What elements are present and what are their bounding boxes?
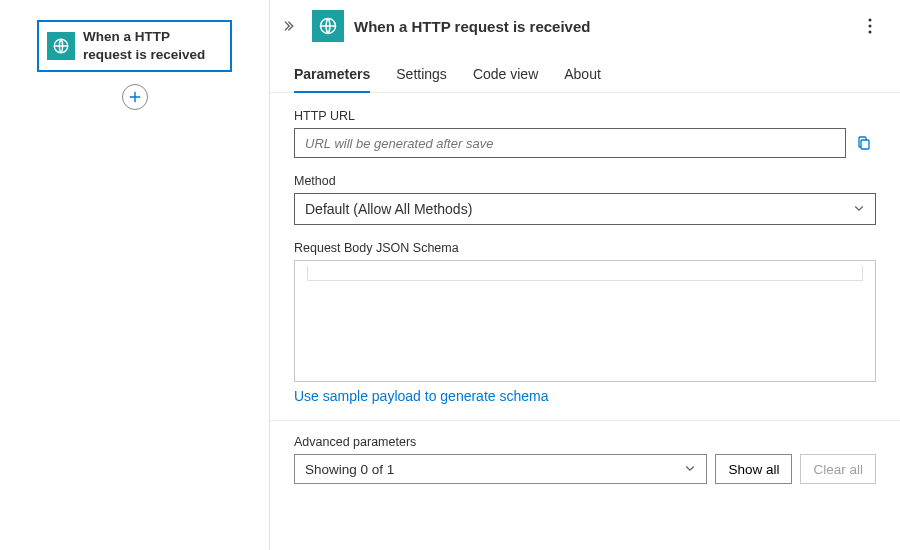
clear-all-button: Clear all (800, 454, 876, 484)
http-url-input[interactable] (294, 128, 846, 158)
tab-bar: Parameters Settings Code view About (270, 52, 900, 93)
chevron-down-icon (684, 462, 696, 477)
add-step-button[interactable] (122, 84, 148, 110)
panel-body: HTTP URL Method Default (Allow All Metho… (270, 93, 900, 550)
details-panel: When a HTTP request is received Paramete… (270, 0, 900, 550)
http-url-label: HTTP URL (294, 109, 876, 123)
more-options-button[interactable] (858, 14, 882, 38)
panel-header: When a HTTP request is received (270, 0, 900, 52)
advanced-parameters-select[interactable]: Showing 0 of 1 (294, 454, 707, 484)
schema-label: Request Body JSON Schema (294, 241, 876, 255)
schema-textarea[interactable] (294, 260, 876, 382)
tab-settings[interactable]: Settings (396, 58, 447, 92)
tab-about[interactable]: About (564, 58, 601, 92)
tab-parameters[interactable]: Parameters (294, 58, 370, 92)
chevron-down-icon (853, 201, 865, 217)
svg-point-4 (869, 31, 872, 34)
http-icon (312, 10, 344, 42)
divider (270, 420, 900, 421)
advanced-showing-text: Showing 0 of 1 (305, 462, 394, 477)
panel-title: When a HTTP request is received (354, 18, 848, 35)
show-all-button[interactable]: Show all (715, 454, 792, 484)
workflow-canvas: When a HTTP request is received (0, 0, 270, 550)
use-sample-payload-link[interactable]: Use sample payload to generate schema (294, 388, 548, 404)
svg-point-2 (869, 19, 872, 22)
trigger-card-label: When a HTTP request is received (83, 28, 222, 64)
method-label: Method (294, 174, 876, 188)
svg-point-3 (869, 25, 872, 28)
svg-rect-5 (861, 140, 869, 149)
method-value: Default (Allow All Methods) (305, 201, 472, 217)
trigger-card[interactable]: When a HTTP request is received (37, 20, 232, 72)
tab-code-view[interactable]: Code view (473, 58, 538, 92)
advanced-label: Advanced parameters (294, 435, 876, 449)
method-select[interactable]: Default (Allow All Methods) (294, 193, 876, 225)
copy-url-button[interactable] (852, 131, 876, 155)
collapse-panel-button[interactable] (280, 15, 302, 37)
http-icon (47, 32, 75, 60)
